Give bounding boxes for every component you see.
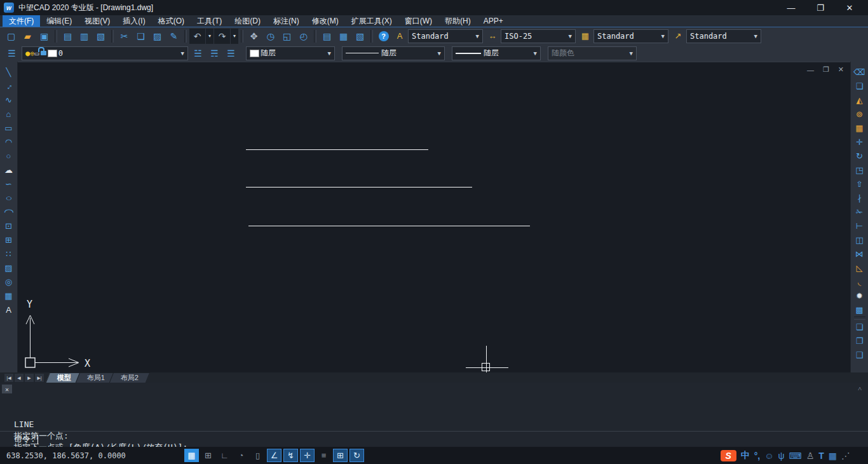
chevron-down-icon[interactable]: ▼ (328, 50, 331, 57)
plot-button[interactable]: ▧ (93, 29, 109, 44)
redo-dropdown-arrow[interactable]: ▾ (231, 29, 238, 44)
tab-first-button[interactable]: |◀ (4, 374, 13, 382)
polygon-button[interactable]: ⌂ (1, 107, 17, 121)
chevron-down-icon[interactable]: ▼ (181, 50, 184, 57)
hatch-button[interactable]: ▨ (1, 261, 17, 275)
paste-button[interactable]: ▨ (149, 29, 165, 44)
point-button[interactable]: ∷ (1, 247, 17, 261)
ellipse-button[interactable]: ○ (1, 191, 17, 205)
drawing-canvas[interactable]: —❐✕ Y X (18, 62, 850, 372)
linetype-select[interactable]: 随层 ▼ (342, 46, 445, 60)
tab-prev-button[interactable]: ◀ (15, 374, 24, 382)
mirror-button[interactable]: ◭ (852, 93, 867, 107)
rectangle-button[interactable]: ▭ (1, 121, 17, 135)
ime-keyboard-icon[interactable]: ⌨ (789, 451, 801, 461)
designcenter-button[interactable]: ▧ (352, 29, 368, 44)
style-select[interactable]: Standard ▼ (593, 29, 668, 43)
layer-on-bulb-icon[interactable]: ● (25, 49, 30, 58)
menu-edit[interactable]: 编辑(E) (40, 15, 78, 27)
lineweight-toggle[interactable]: ≡ (316, 449, 331, 462)
separator[interactable] (370, 30, 373, 43)
set-layer-current-button[interactable]: ☱ (190, 46, 206, 61)
revcloud-button[interactable]: ☁ (1, 163, 17, 177)
make-block-button[interactable]: ⊞ (1, 233, 17, 247)
mtext-button[interactable]: A (1, 303, 17, 317)
cut-button[interactable]: ✂ (116, 29, 132, 44)
menu-view[interactable]: 视图(V) (78, 15, 116, 27)
open-file-button[interactable]: ▰ (20, 29, 36, 44)
erase-button[interactable]: ⌫ (852, 65, 867, 79)
command-window[interactable]: ✕ LINE指定第一个点:指定下一点或 [角度(A)/长度(L)/放弃(U)]:… (0, 383, 868, 447)
ime-shirt-icon[interactable]: T (818, 451, 824, 461)
move-button[interactable]: ✛ (852, 135, 867, 149)
close-button[interactable]: ✕ (835, 0, 864, 15)
separator[interactable] (314, 30, 316, 43)
menu-tools[interactable]: 工具(T) (191, 15, 228, 27)
style-select[interactable]: ISO-25 ▼ (501, 29, 576, 43)
rotate-button[interactable]: ↻ (852, 149, 867, 163)
ellipse-arc-button[interactable]: ◠ (1, 205, 17, 219)
lengthen-button[interactable]: ∤ (852, 191, 867, 205)
copy-clip-button[interactable]: ❏ (133, 29, 149, 44)
ime-skin-person-icon[interactable]: ♙ (806, 451, 815, 461)
separator[interactable] (241, 30, 243, 43)
stretch-button[interactable]: ⇧ (852, 177, 867, 191)
ime-toolbox-icon[interactable]: ▦ (829, 451, 837, 461)
command-prompt-row[interactable]: 命令: (14, 433, 38, 445)
chevron-down-icon[interactable]: ▼ (438, 50, 441, 57)
layer-previous-button[interactable]: ☴ (207, 46, 222, 61)
block-editor-button[interactable]: ▩ (852, 303, 867, 317)
polyline-button[interactable]: ∿ (1, 93, 17, 107)
menu-file[interactable]: 文件(F) (3, 15, 40, 27)
menu-format[interactable]: 格式(O) (152, 15, 191, 27)
scale-button[interactable]: ◳ (852, 163, 867, 177)
fillet-button[interactable]: ◟ (852, 275, 867, 289)
undo-dropdown-arrow[interactable]: ▾ (206, 29, 214, 44)
quickprop-toggle[interactable]: ⊞ (333, 449, 348, 462)
ime-expand-icon[interactable]: ⋰ (841, 451, 850, 461)
lineweight-select[interactable]: 随层 ▼ (452, 46, 541, 60)
ime-voice-icon[interactable]: ψ (778, 451, 784, 461)
line-button[interactable]: ╲ (1, 65, 17, 79)
save-button[interactable]: ▣ (36, 29, 52, 44)
pan-button[interactable]: ✥ (246, 29, 262, 44)
separator[interactable] (55, 30, 57, 43)
offset-button[interactable]: ⊚ (852, 107, 867, 121)
ortho-toggle[interactable]: ∟ (217, 449, 232, 462)
insert-block-button[interactable]: ⊡ (1, 219, 17, 233)
extend-button[interactable]: ⊢ (852, 219, 867, 233)
separator[interactable] (184, 30, 187, 43)
menu-express[interactable]: 扩展工具(X) (345, 15, 398, 27)
array-button[interactable]: ▦ (852, 121, 867, 135)
spline-button[interactable]: ∽ (1, 177, 17, 191)
region-button[interactable]: ◎ (1, 275, 17, 289)
menu-window[interactable]: 窗口(W) (398, 15, 438, 27)
menu-app-plus[interactable]: APP+ (477, 15, 510, 27)
grid-toggle[interactable]: ⊞ (201, 449, 215, 462)
style-select[interactable]: Standard ▼ (686, 29, 761, 43)
chevron-down-icon[interactable]: ▼ (534, 50, 537, 57)
tab-last-button[interactable]: ▶| (35, 374, 44, 382)
command-close-button[interactable]: ✕ (2, 385, 12, 393)
color-select[interactable]: 随层 ▼ (246, 46, 335, 60)
doc-minimize-button[interactable]: — (807, 66, 814, 74)
ime-emoji-icon[interactable]: ☺ (764, 451, 773, 461)
chevron-down-icon[interactable]: ▼ (754, 33, 757, 39)
layer-freeze-icon[interactable]: ❊ (30, 49, 34, 58)
undo-button[interactable]: ↶ (189, 29, 205, 44)
redo-button[interactable]: ↷ (214, 29, 230, 44)
draworder-front-button[interactable]: ❏ (852, 320, 867, 334)
tool-palettes-button[interactable]: ▦ (336, 29, 351, 44)
doc-restore-button[interactable]: ❐ (823, 65, 829, 74)
menu-insert[interactable]: 插入(I) (116, 15, 151, 27)
etrack-toggle[interactable]: ↯ (283, 449, 298, 462)
print-button[interactable]: ▤ (60, 29, 76, 44)
layer-unlock-icon[interactable] (41, 51, 46, 55)
command-expand-button[interactable]: ˄ (854, 383, 865, 393)
print-preview-button[interactable]: ▥ (76, 29, 92, 44)
ime-punctuation-icon[interactable]: °, (754, 451, 761, 461)
snap-toggle[interactable]: ▦ (184, 449, 199, 462)
minimize-button[interactable]: — (776, 0, 806, 15)
doc-close-button[interactable]: ✕ (838, 65, 844, 74)
restore-button[interactable]: ❐ (806, 0, 835, 15)
